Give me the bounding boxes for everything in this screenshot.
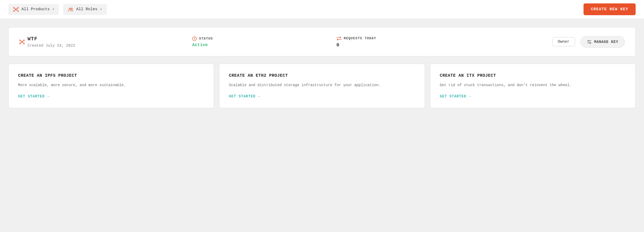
svg-point-23: [588, 40, 589, 41]
key-actions: Owner MANAGE KEY: [481, 36, 625, 48]
roles-icon: [68, 7, 74, 12]
all-roles-dropdown[interactable]: All Roles ▾: [63, 4, 107, 15]
key-name: WTF: [27, 36, 75, 42]
manage-key-button[interactable]: MANAGE KEY: [580, 36, 625, 48]
top-bar-filters: All Products ▾ All Roles ▾: [8, 4, 107, 15]
key-created: Created July 24, 2022: [27, 43, 75, 48]
svg-point-24: [590, 42, 591, 43]
svg-point-3: [14, 10, 15, 12]
all-products-label: All Products: [21, 7, 50, 12]
svg-line-6: [16, 8, 18, 9]
svg-point-1: [14, 7, 15, 8]
svg-point-10: [71, 8, 73, 9]
requests-section: REQUESTS TODAY 0: [336, 36, 481, 48]
svg-point-15: [24, 43, 25, 44]
ipfs-project-card: CREATE AN IPFS PROJECT More scalable, mo…: [8, 64, 214, 108]
owner-badge: Owner: [552, 37, 575, 46]
api-key-card: WTF Created July 24, 2022 STATUS Active: [8, 27, 636, 56]
status-icon: [192, 36, 197, 41]
svg-point-14: [20, 43, 21, 44]
ipfs-card-title: CREATE AN IPFS PROJECT: [18, 73, 204, 78]
ipfs-card-desc: More scalable, more secure, and more sus…: [18, 82, 204, 88]
key-name-section: WTF Created July 24, 2022: [19, 36, 192, 48]
svg-point-12: [20, 40, 21, 41]
itx-card-title: CREATE AN ITX PROJECT: [440, 73, 626, 78]
svg-point-13: [24, 40, 25, 41]
requests-value: 0: [336, 42, 481, 48]
key-network-icon: [19, 39, 25, 45]
chevron-down-icon-roles: ▾: [100, 7, 102, 11]
eth2-card-desc: Scalable and distributed storage infrast…: [229, 82, 415, 88]
all-products-dropdown[interactable]: All Products ▾: [8, 4, 59, 15]
svg-line-5: [14, 8, 15, 9]
svg-line-8: [16, 10, 18, 10]
eth2-card-title: CREATE AN ETH2 PROJECT: [229, 73, 415, 78]
svg-line-18: [20, 42, 21, 43]
svg-line-7: [14, 10, 15, 10]
itx-project-card: CREATE AN ITX PROJECT Get rid of stuck t…: [430, 64, 636, 108]
main-content: WTF Created July 24, 2022 STATUS Active: [0, 19, 644, 117]
ipfs-get-started-link[interactable]: GET STARTED →: [18, 94, 204, 98]
svg-point-2: [18, 7, 19, 8]
chevron-down-icon: ▾: [52, 7, 54, 11]
svg-point-9: [69, 8, 70, 9]
all-roles-label: All Roles: [76, 7, 97, 12]
key-status-section: STATUS Active: [192, 36, 336, 47]
svg-line-19: [23, 42, 24, 43]
top-bar: All Products ▾ All Roles ▾ CREATE NEW KE…: [0, 0, 644, 19]
sliders-icon: [587, 40, 592, 44]
key-name-info: WTF Created July 24, 2022: [27, 36, 75, 48]
itx-card-desc: Get rid of stuck transactions, and don't…: [440, 82, 626, 88]
svg-line-17: [23, 41, 24, 41]
status-label: STATUS: [192, 36, 336, 41]
network-icon: [13, 7, 19, 12]
eth2-get-started-link[interactable]: GET STARTED →: [229, 94, 415, 98]
project-cards-grid: CREATE AN IPFS PROJECT More scalable, mo…: [8, 64, 636, 108]
requests-icon: [336, 36, 342, 41]
itx-get-started-link[interactable]: GET STARTED →: [440, 94, 626, 98]
manage-key-label: MANAGE KEY: [594, 40, 618, 44]
status-value: Active: [192, 43, 336, 47]
eth2-project-card: CREATE AN ETH2 PROJECT Scalable and dist…: [219, 64, 425, 108]
requests-label: REQUESTS TODAY: [336, 36, 481, 41]
svg-point-4: [18, 10, 19, 12]
svg-line-16: [20, 41, 21, 41]
create-new-key-button[interactable]: CREATE NEW KEY: [584, 3, 636, 15]
